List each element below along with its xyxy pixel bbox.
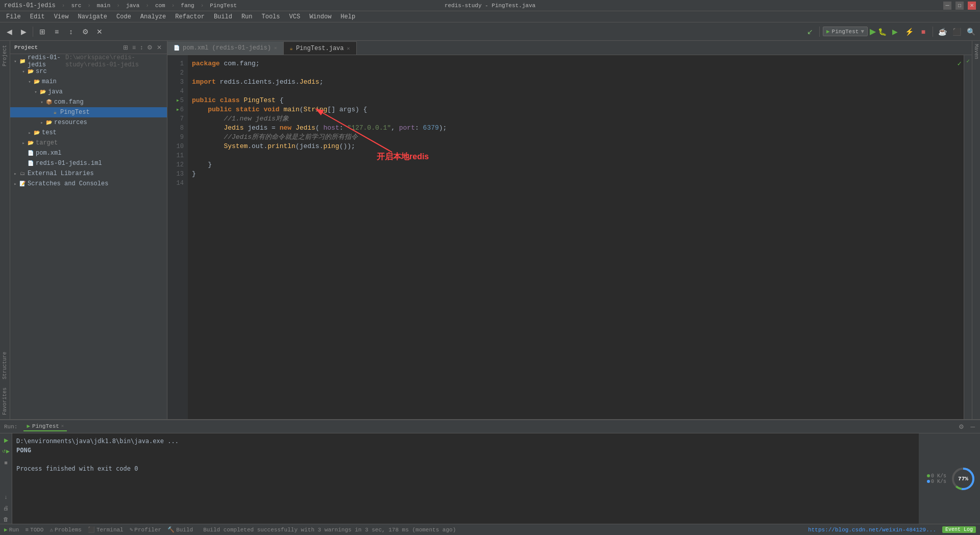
run-with-coverage-button[interactable]: ▶	[889, 26, 901, 38]
print-button[interactable]: 🖨	[2, 503, 11, 513]
menu-code[interactable]: Code	[112, 12, 135, 21]
panel-icon-sort[interactable]: ↕	[139, 43, 144, 52]
tree-item-test[interactable]: ▸ 📂 test	[10, 128, 167, 138]
scroll-to-end-button[interactable]: ↓	[2, 492, 11, 501]
bottom-tab-pingtest[interactable]: ▶ PingTest ✕	[23, 422, 67, 431]
tree-arrow-main: ▾	[27, 79, 33, 85]
status-link[interactable]: https://blog.csdn.net/weixin-484129...	[808, 527, 936, 533]
run-button[interactable]: ▶	[870, 27, 876, 36]
maximize-button[interactable]: □	[955, 2, 964, 10]
menu-analyze[interactable]: Analyze	[136, 12, 170, 21]
tree-item-pomxml[interactable]: ▾ 📄 pom.xml	[10, 148, 167, 158]
tab-pingtest[interactable]: ☕ PingTest.java ✕	[284, 41, 357, 55]
status-todo-button[interactable]: ≡ TODO	[25, 527, 43, 533]
status-problems-button[interactable]: ⚠ Problems	[50, 526, 81, 533]
memory-gauge[interactable]: 77%	[950, 466, 976, 492]
code-line-12: }	[192, 160, 960, 169]
tab-pomxml[interactable]: 📄 pom.xml (redis-01-jedis) ✕	[167, 41, 284, 55]
code-editor[interactable]: 1 2 3 4 ▶5 ▶6 7 8 9 10 11 12 13 14 packa…	[167, 55, 972, 419]
tab-pomxml-close[interactable]: ✕	[274, 45, 277, 51]
structure-tab-vertical[interactable]: Structure	[1, 348, 9, 383]
tab-pingtest-close[interactable]: ✕	[347, 45, 350, 52]
code-content[interactable]: package com.fang; import redis.clients.j…	[188, 55, 964, 419]
breadcrumb-com: com	[155, 3, 165, 9]
project-name: redis-01-jedis	[4, 2, 56, 9]
panel-icon-structure[interactable]: ⊞	[122, 43, 129, 52]
bottom-tab-pingtest-close[interactable]: ✕	[61, 423, 64, 429]
search-everywhere-button[interactable]: 🔍	[965, 26, 977, 38]
tree-item-pingtest[interactable]: ▾ ☕ PingTest	[10, 107, 167, 117]
run-again-button[interactable]: ▶	[2, 435, 11, 445]
run-config-selector[interactable]: ▶ PingTest ▼	[823, 27, 868, 36]
status-run-label: Run	[9, 527, 19, 533]
tree-item-external-libs[interactable]: ▸ 🗂 External Libraries	[10, 168, 167, 179]
stop-run-button[interactable]: ■	[2, 458, 11, 467]
menu-help[interactable]: Help	[336, 12, 359, 21]
panel-icon-close[interactable]: ✕	[156, 43, 163, 52]
project-tab-vertical[interactable]: Project	[1, 41, 9, 70]
code-line-5: public class PingTest {	[192, 96, 960, 105]
toolbar-forward-button[interactable]: ▶	[17, 26, 30, 38]
toolbar-settings-button[interactable]: ⚙	[79, 26, 91, 38]
minimize-button[interactable]: ─	[943, 2, 951, 10]
sdk-button[interactable]: ☕	[936, 26, 948, 38]
menu-navigate[interactable]: Navigate	[74, 12, 111, 21]
panel-icon-list[interactable]: ≡	[131, 43, 137, 52]
editor-right-gutter: ✓	[964, 55, 972, 419]
maven-tab[interactable]: Maven	[972, 41, 980, 62]
clear-button[interactable]: 🗑	[2, 515, 11, 524]
menu-view[interactable]: View	[50, 12, 73, 21]
debug-button[interactable]: 🐛	[878, 28, 887, 36]
tree-arrow-target: ▸	[20, 140, 27, 146]
breadcrumb-fang: fang	[181, 3, 194, 9]
profiler-button[interactable]: ⚡	[903, 26, 915, 38]
menu-edit[interactable]: Edit	[26, 12, 49, 21]
menu-refactor[interactable]: Refactor	[171, 12, 209, 21]
menu-file[interactable]: File	[2, 12, 25, 21]
favorites-tab-vertical[interactable]: Favorites	[1, 383, 9, 419]
tree-item-target[interactable]: ▸ 📂 target	[10, 138, 167, 148]
event-log-badge[interactable]: Event Log	[942, 526, 976, 533]
menu-build[interactable]: Build	[210, 12, 236, 21]
bottom-settings-button[interactable]: ⚙	[958, 423, 965, 431]
tree-item-scratches[interactable]: ▸ 📝 Scratches and Consoles	[10, 179, 167, 189]
rerun-button[interactable]: ↺▶	[2, 447, 11, 456]
status-bar-right: https://blog.csdn.net/weixin-484129... E…	[808, 526, 976, 533]
toolbar-close-panel-button[interactable]: ✕	[93, 26, 106, 38]
tree-arrow-scratches: ▸	[12, 181, 18, 187]
panel-icon-settings[interactable]: ⚙	[146, 43, 154, 52]
toolbar-list-button[interactable]: ≡	[51, 26, 63, 38]
status-profiler-label: Profiler	[134, 527, 161, 533]
tree-item-main[interactable]: ▾ 📂 main	[10, 77, 167, 87]
metric-upload: 0 K/s 0 K/s	[927, 473, 946, 484]
console-line-3	[16, 455, 915, 464]
status-build-button[interactable]: 🔨 Build	[167, 526, 193, 533]
terminal-btn[interactable]: ⬛	[950, 26, 963, 38]
tree-label-iml: redis-01-jedis.iml	[36, 160, 102, 167]
toolbar-structure-button[interactable]: ⊞	[36, 26, 48, 38]
gutter-icon-top: ✓	[965, 57, 972, 64]
bottom-minimize-button[interactable]: ─	[969, 423, 976, 431]
toolbar-git-button[interactable]: ↙	[804, 26, 816, 38]
close-button[interactable]: ✕	[968, 2, 976, 10]
menu-run[interactable]: Run	[237, 12, 257, 21]
stop-button[interactable]: ■	[917, 26, 929, 38]
resources-folder-icon: 📂	[45, 118, 53, 127]
status-profiler-button[interactable]: ✎ Profiler	[130, 526, 161, 533]
status-run-button[interactable]: ▶ Run	[4, 526, 19, 533]
status-terminal-button[interactable]: ⬛ Terminal	[88, 526, 124, 533]
tree-item-java[interactable]: ▾ 📂 java	[10, 87, 167, 97]
menu-window[interactable]: Window	[305, 12, 335, 21]
tree-item-iml[interactable]: ▾ 📄 redis-01-jedis.iml	[10, 158, 167, 168]
tree-item-resources[interactable]: ▸ 📂 resources	[10, 117, 167, 128]
breadcrumb-pingtest: PingTest	[210, 3, 237, 9]
scratches-icon: 📝	[18, 180, 27, 188]
console-line-2: PONG	[16, 446, 915, 455]
toolbar-sort-button[interactable]: ↕	[65, 26, 77, 38]
menu-vcs[interactable]: VCS	[285, 12, 305, 21]
toolbar: ◀ ▶ ⊞ ≡ ↕ ⚙ ✕ ↙ ▶ PingTest ▼ ▶ 🐛 ▶ ⚡ ■ ☕…	[0, 22, 980, 41]
toolbar-back-button[interactable]: ◀	[3, 26, 15, 38]
menu-tools[interactable]: Tools	[258, 12, 284, 21]
tree-item-com-fang[interactable]: ▾ 📦 com.fang	[10, 97, 167, 107]
tree-item-root[interactable]: ▾ 📁 redis-01-jedis D:\workspace\redis-st…	[10, 56, 167, 66]
